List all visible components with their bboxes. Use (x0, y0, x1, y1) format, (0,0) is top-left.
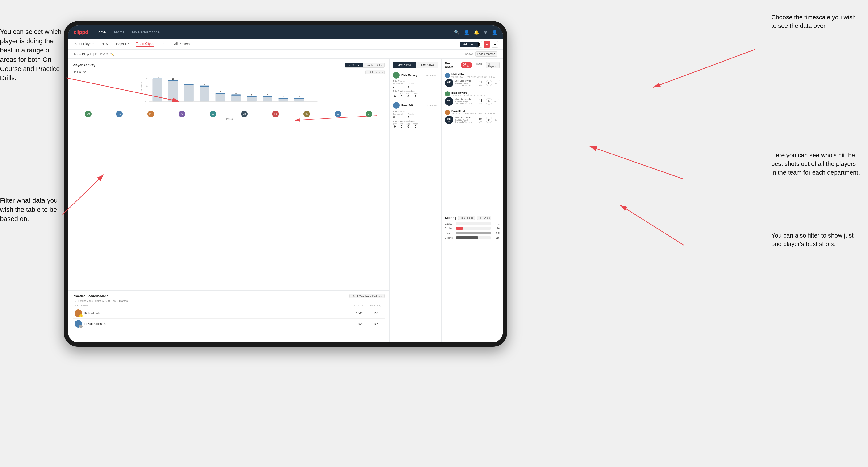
practice-pb-1: 19/20 (352, 312, 367, 315)
player-activity-section: Player Activity On Course Practice Drill… (68, 59, 390, 290)
svg-line-40 (620, 205, 684, 245)
subnav-pga[interactable]: PGA (101, 42, 108, 47)
app-logo: clippd (73, 29, 88, 35)
svg-rect-33 (294, 98, 304, 99)
practice-player-name-2: Edward Crossman (84, 322, 351, 325)
score-bar-eagles: Eagles 3 (445, 222, 500, 225)
subnav-tour[interactable]: Tour (161, 42, 167, 47)
score-bar-bogeys: Bogeys 315 (445, 236, 500, 239)
svg-text:5: 5 (220, 90, 221, 93)
avatar-eebert[interactable]: EE (210, 111, 216, 117)
shot-stat-carry-3: 0 (486, 117, 492, 123)
x-axis-title: Players (73, 118, 385, 120)
list-view-button[interactable]: ≡ (492, 41, 498, 48)
rounds-grid-2: Tournament 8 Practice 4 (393, 113, 438, 119)
pars-val: 499 (493, 232, 500, 235)
svg-text:3: 3 (251, 94, 252, 96)
shot-chevron-2[interactable]: › (498, 97, 500, 100)
bogeys-bar (456, 236, 491, 239)
practice-drills-toggle[interactable]: Practice Drills (363, 63, 384, 67)
avatar-ecrossman[interactable]: EC (335, 111, 341, 117)
nav-home[interactable]: Home (96, 30, 106, 34)
subnav-all-players[interactable]: All Players (174, 42, 190, 47)
eagles-bar (456, 222, 491, 225)
shot-stat-carry-1: 0 (486, 80, 492, 86)
shot-card-1[interactable]: Matt Miller 09 Jun 2023 · Royal North De… (445, 71, 500, 89)
bell-icon[interactable]: 🔔 (474, 30, 479, 35)
shot-stat-yds-3: 16 yds (477, 117, 484, 123)
tournament-val-1: 7 (393, 85, 403, 88)
birdies-val: 96 (493, 227, 500, 230)
birdies-bar (456, 227, 491, 230)
search-icon[interactable]: 🔍 (454, 30, 459, 35)
least-active-tab[interactable]: Least Active (415, 62, 438, 68)
most-active-avatar-1 (393, 72, 400, 79)
subnav-hcaps[interactable]: Hcaps 1-5 (115, 42, 129, 47)
shot-chevron-1[interactable]: › (498, 78, 500, 82)
edit-icon[interactable]: ✏️ (110, 52, 114, 56)
shot-chevron-3[interactable]: › (498, 115, 500, 119)
shots-toggle: All Shots Players (461, 62, 484, 68)
svg-rect-15 (200, 86, 210, 87)
shot-date-3: 24 Aug 2023 · Royal North Devon GC, Hole… (452, 113, 495, 115)
svg-line-39 (590, 146, 684, 179)
heart-view-button[interactable]: ♥ (484, 41, 490, 48)
subnav-pgat[interactable]: PGAT Players (73, 42, 94, 47)
on-course-toggle[interactable]: On Course (345, 63, 363, 67)
scoring-filter-1[interactable]: Par 3, 4 & 5s (458, 216, 475, 220)
shot-card-3[interactable]: David Ford 24 Aug 2023 · Royal North Dev… (445, 108, 500, 126)
col-player-name: PLAYER NAME (74, 304, 351, 307)
svg-text:5: 5 (145, 93, 147, 95)
practice-subtitle: PUTT Must Make Putting (3-6 ft), Last 3 … (73, 300, 385, 302)
most-active-name-1: Blair McHarg (401, 74, 424, 76)
chart-filter-dropdown[interactable]: Total Rounds (365, 70, 385, 74)
avatar-dford[interactable]: DF (148, 111, 154, 117)
players-tab[interactable]: Players (473, 62, 484, 68)
score-bar-pars: Pars 499 (445, 231, 500, 235)
avatar-bmcharg[interactable]: BM (85, 111, 92, 117)
total-rounds-label-2: Total Rounds (393, 110, 438, 113)
avatar-rbritt[interactable]: RB (116, 111, 123, 117)
avatar-mmiller[interactable]: MM (303, 111, 310, 117)
birdies-label: Birdies (445, 227, 454, 230)
practice-label-1: Practice (408, 83, 414, 85)
shot-player-name-3: David Ford (452, 110, 495, 113)
show-dropdown[interactable]: Last 3 months (475, 52, 497, 57)
annotation-right-filter: You can also filter to show just one pla… (771, 231, 861, 248)
practice-act-grid-1: GTT 0 APP 0 ARG 0 (393, 93, 438, 98)
practice-player-name-1: Richard Butler (84, 312, 351, 315)
bar-chart: 15 10 5 0 Total Rounds 13 (73, 76, 385, 109)
all-shots-tab[interactable]: All Shots (461, 62, 472, 68)
practice-player-row-2[interactable]: 2 Edward Crossman 18/20 107 (73, 319, 385, 329)
most-active-player-1: Blair McHarg 26 Aug 2023 Total Rounds To… (393, 70, 438, 100)
plus-circle-icon[interactable]: ⊕ (484, 30, 487, 35)
shot-badge-2: 200 SG (445, 97, 453, 106)
avatar-lrobertson[interactable]: LR (366, 111, 372, 117)
shot-card-2[interactable]: Blair McHarg 23 Jul 2023 · Ashridge GC, … (445, 89, 500, 108)
shot-date-2: 23 Jul 2023 · Ashridge GC, Hole 15 (452, 94, 485, 96)
practice-leaderboards-section: Practice Leaderboards PUTT Must Make Put… (68, 290, 390, 342)
subnav-team-clippd[interactable]: Team Clippd (136, 42, 154, 47)
practice-val-2: 4 (408, 115, 414, 119)
avatar-rbutler[interactable]: RB (272, 111, 279, 117)
all-players-dropdown[interactable]: All Players (486, 62, 500, 68)
avatar-jcoles[interactable]: JC (179, 111, 185, 117)
most-active-tab[interactable]: Most Active (393, 62, 415, 68)
svg-rect-6 (152, 79, 162, 80)
nav-teams[interactable]: Teams (113, 30, 124, 34)
practice-player-row-1[interactable]: 1 Richard Butler 19/20 110 (73, 308, 385, 319)
practice-dropdown[interactable]: PUTT Must Make Putting... (349, 294, 385, 298)
practice-activities-label-2: Total Practice Activities (393, 120, 438, 122)
middle-panel: Most Active Least Active Blair McHarg 26… (390, 59, 441, 342)
avatar-icon[interactable]: 👤 (492, 30, 497, 35)
users-icon[interactable]: 👤 (464, 30, 469, 35)
nav-my-performance[interactable]: My Performance (132, 30, 160, 34)
most-active-section: Most Active Least Active Blair McHarg 26… (390, 59, 441, 342)
right-panel: Best Shots All Shots Players All Players (441, 59, 503, 342)
grid-view-button[interactable]: ⊞ (475, 41, 482, 48)
scoring-filter-2[interactable]: All Players (477, 216, 491, 220)
shot-end-1: End Lie: In The Hole (455, 84, 475, 86)
tablet-screen: clippd Home Teams My Performance 🔍 👤 🔔 ⊕… (68, 26, 503, 342)
avatar-gbillingham[interactable]: GB (241, 111, 248, 117)
chart-subtitle: On Course (73, 70, 86, 74)
